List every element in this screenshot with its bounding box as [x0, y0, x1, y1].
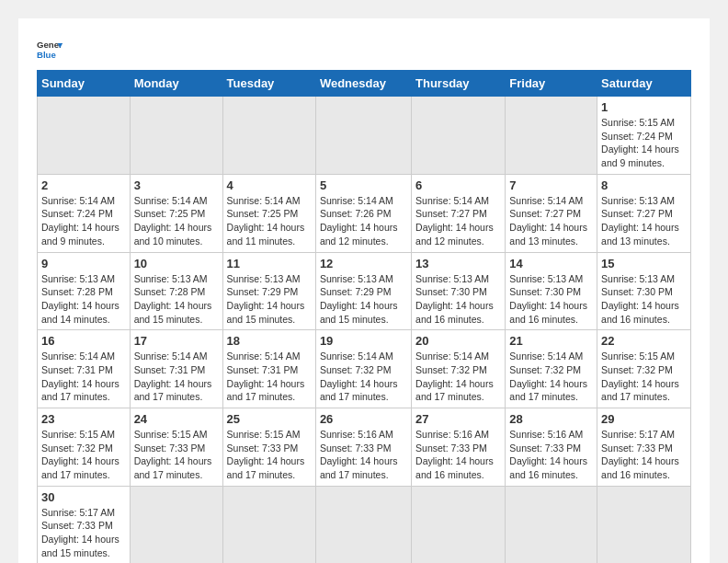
- day-number: 27: [415, 412, 501, 426]
- day-cell: 7Sunrise: 5:14 AM Sunset: 7:27 PM Daylig…: [506, 174, 597, 252]
- day-info: Sunrise: 5:14 AM Sunset: 7:27 PM Dayligh…: [415, 194, 501, 248]
- day-cell: 5Sunrise: 5:14 AM Sunset: 7:26 PM Daylig…: [315, 174, 411, 252]
- day-number: 19: [320, 334, 407, 348]
- day-info: Sunrise: 5:14 AM Sunset: 7:27 PM Dayligh…: [509, 194, 593, 248]
- day-number: 11: [227, 257, 312, 270]
- day-info: Sunrise: 5:13 AM Sunset: 7:30 PM Dayligh…: [601, 272, 687, 327]
- day-cell: [130, 486, 222, 563]
- day-number: 25: [227, 412, 312, 426]
- weekday-header-sunday: Sunday: [38, 71, 131, 97]
- day-number: 15: [601, 257, 687, 270]
- logo: General Blue: [37, 37, 63, 63]
- day-cell: [412, 97, 506, 175]
- week-row-1: 1Sunrise: 5:15 AM Sunset: 7:24 PM Daylig…: [38, 97, 691, 175]
- day-cell: 30Sunrise: 5:17 AM Sunset: 7:33 PM Dayli…: [38, 486, 131, 563]
- day-cell: 23Sunrise: 5:15 AM Sunset: 7:32 PM Dayli…: [38, 408, 131, 487]
- day-cell: 16Sunrise: 5:14 AM Sunset: 7:31 PM Dayli…: [38, 330, 131, 408]
- day-cell: [315, 97, 411, 175]
- day-number: 6: [415, 178, 501, 192]
- day-cell: [506, 486, 597, 563]
- day-cell: 9Sunrise: 5:13 AM Sunset: 7:28 PM Daylig…: [38, 252, 131, 330]
- day-cell: 26Sunrise: 5:16 AM Sunset: 7:33 PM Dayli…: [315, 408, 411, 487]
- week-row-3: 9Sunrise: 5:13 AM Sunset: 7:28 PM Daylig…: [38, 252, 691, 330]
- day-info: Sunrise: 5:13 AM Sunset: 7:30 PM Dayligh…: [509, 272, 593, 327]
- weekday-header-friday: Friday: [506, 71, 597, 97]
- day-info: Sunrise: 5:16 AM Sunset: 7:33 PM Dayligh…: [509, 428, 593, 482]
- day-cell: [315, 486, 411, 563]
- day-cell: 25Sunrise: 5:15 AM Sunset: 7:33 PM Dayli…: [222, 408, 315, 487]
- day-number: 10: [134, 257, 219, 270]
- weekday-header-wednesday: Wednesday: [315, 71, 411, 97]
- day-cell: 11Sunrise: 5:13 AM Sunset: 7:29 PM Dayli…: [222, 252, 315, 330]
- day-number: 1: [601, 100, 687, 114]
- week-row-2: 2Sunrise: 5:14 AM Sunset: 7:24 PM Daylig…: [38, 174, 691, 252]
- day-info: Sunrise: 5:15 AM Sunset: 7:32 PM Dayligh…: [41, 428, 126, 482]
- day-number: 28: [509, 412, 593, 426]
- day-info: Sunrise: 5:17 AM Sunset: 7:33 PM Dayligh…: [41, 506, 126, 560]
- day-number: 5: [320, 178, 407, 192]
- day-info: Sunrise: 5:14 AM Sunset: 7:31 PM Dayligh…: [227, 350, 312, 404]
- day-cell: 8Sunrise: 5:13 AM Sunset: 7:27 PM Daylig…: [597, 174, 691, 252]
- day-info: Sunrise: 5:13 AM Sunset: 7:27 PM Dayligh…: [601, 194, 687, 248]
- day-cell: 18Sunrise: 5:14 AM Sunset: 7:31 PM Dayli…: [222, 330, 315, 408]
- day-cell: 1Sunrise: 5:15 AM Sunset: 7:24 PM Daylig…: [597, 97, 691, 175]
- day-cell: 27Sunrise: 5:16 AM Sunset: 7:33 PM Dayli…: [412, 408, 506, 487]
- header: General Blue: [37, 37, 691, 63]
- calendar-page: General Blue SundayMondayTuesdayWednesda…: [18, 18, 710, 563]
- day-info: Sunrise: 5:14 AM Sunset: 7:32 PM Dayligh…: [509, 350, 593, 404]
- day-info: Sunrise: 5:14 AM Sunset: 7:26 PM Dayligh…: [320, 194, 407, 248]
- day-number: 21: [509, 334, 593, 348]
- logo-icon: General Blue: [37, 37, 63, 63]
- day-cell: [412, 486, 506, 563]
- weekday-header-tuesday: Tuesday: [222, 71, 315, 97]
- weekday-header-thursday: Thursday: [412, 71, 506, 97]
- day-cell: 2Sunrise: 5:14 AM Sunset: 7:24 PM Daylig…: [38, 174, 131, 252]
- day-cell: 21Sunrise: 5:14 AM Sunset: 7:32 PM Dayli…: [506, 330, 597, 408]
- day-cell: [506, 97, 597, 175]
- day-cell: 17Sunrise: 5:14 AM Sunset: 7:31 PM Dayli…: [130, 330, 222, 408]
- day-info: Sunrise: 5:14 AM Sunset: 7:25 PM Dayligh…: [134, 194, 219, 248]
- day-info: Sunrise: 5:14 AM Sunset: 7:31 PM Dayligh…: [134, 350, 219, 404]
- day-cell: 3Sunrise: 5:14 AM Sunset: 7:25 PM Daylig…: [130, 174, 222, 252]
- day-number: 30: [41, 490, 126, 504]
- day-cell: 10Sunrise: 5:13 AM Sunset: 7:28 PM Dayli…: [130, 252, 222, 330]
- weekday-header-saturday: Saturday: [597, 71, 691, 97]
- day-cell: 20Sunrise: 5:14 AM Sunset: 7:32 PM Dayli…: [412, 330, 506, 408]
- day-cell: 19Sunrise: 5:14 AM Sunset: 7:32 PM Dayli…: [315, 330, 411, 408]
- svg-text:Blue: Blue: [37, 50, 56, 60]
- day-number: 17: [134, 334, 219, 348]
- day-number: 20: [415, 334, 501, 348]
- day-number: 16: [41, 334, 126, 348]
- weekday-header-monday: Monday: [130, 71, 222, 97]
- day-cell: 15Sunrise: 5:13 AM Sunset: 7:30 PM Dayli…: [597, 252, 691, 330]
- day-info: Sunrise: 5:13 AM Sunset: 7:29 PM Dayligh…: [227, 272, 312, 327]
- day-number: 22: [601, 334, 687, 348]
- day-number: 26: [320, 412, 407, 426]
- day-number: 4: [227, 178, 312, 192]
- day-info: Sunrise: 5:15 AM Sunset: 7:32 PM Dayligh…: [601, 350, 687, 404]
- day-number: 18: [227, 334, 312, 348]
- day-info: Sunrise: 5:14 AM Sunset: 7:31 PM Dayligh…: [41, 350, 126, 404]
- day-cell: [38, 97, 131, 175]
- day-cell: 6Sunrise: 5:14 AM Sunset: 7:27 PM Daylig…: [412, 174, 506, 252]
- day-cell: [597, 486, 691, 563]
- day-number: 29: [601, 412, 687, 426]
- day-info: Sunrise: 5:13 AM Sunset: 7:30 PM Dayligh…: [415, 272, 501, 327]
- day-cell: 28Sunrise: 5:16 AM Sunset: 7:33 PM Dayli…: [506, 408, 597, 487]
- day-info: Sunrise: 5:14 AM Sunset: 7:32 PM Dayligh…: [320, 350, 407, 404]
- day-number: 23: [41, 412, 126, 426]
- day-cell: [222, 486, 315, 563]
- day-cell: 22Sunrise: 5:15 AM Sunset: 7:32 PM Dayli…: [597, 330, 691, 408]
- day-info: Sunrise: 5:14 AM Sunset: 7:32 PM Dayligh…: [415, 350, 501, 404]
- day-number: 7: [509, 178, 593, 192]
- week-row-6: 30Sunrise: 5:17 AM Sunset: 7:33 PM Dayli…: [38, 486, 691, 563]
- day-info: Sunrise: 5:15 AM Sunset: 7:24 PM Dayligh…: [601, 116, 687, 170]
- day-number: 14: [509, 257, 593, 270]
- day-number: 3: [134, 178, 219, 192]
- weekday-header-row: SundayMondayTuesdayWednesdayThursdayFrid…: [38, 71, 691, 97]
- day-cell: 13Sunrise: 5:13 AM Sunset: 7:30 PM Dayli…: [412, 252, 506, 330]
- week-row-5: 23Sunrise: 5:15 AM Sunset: 7:32 PM Dayli…: [38, 408, 691, 487]
- calendar-table: SundayMondayTuesdayWednesdayThursdayFrid…: [37, 70, 691, 563]
- day-cell: 14Sunrise: 5:13 AM Sunset: 7:30 PM Dayli…: [506, 252, 597, 330]
- day-number: 12: [320, 257, 407, 270]
